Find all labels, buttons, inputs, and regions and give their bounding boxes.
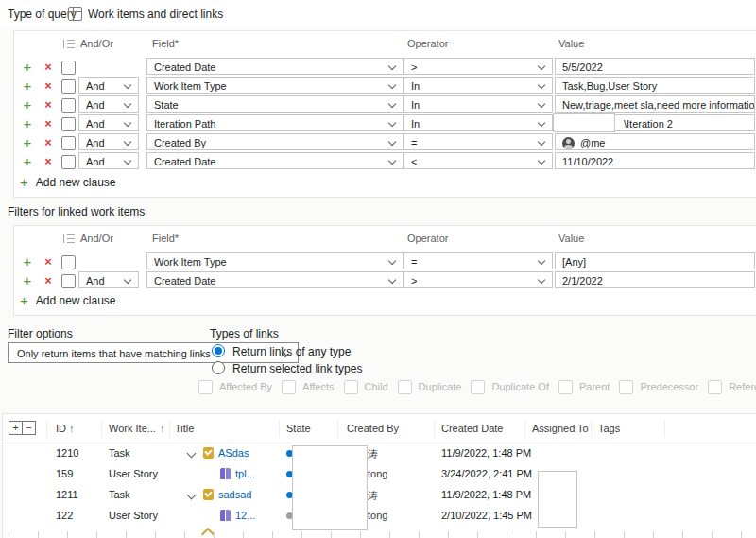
and-or-dropdown[interactable]: And (78, 95, 139, 113)
clause-checkbox[interactable] (61, 136, 76, 150)
field-dropdown[interactable]: Created Date (146, 271, 404, 288)
field-dropdown[interactable]: Created Date (146, 152, 404, 169)
work-item-id: 159 (56, 468, 73, 479)
remove-clause-icon[interactable] (41, 114, 56, 133)
link-type-item: Duplicate Of (471, 380, 549, 394)
add-new-clause-button[interactable]: +Add new clause (20, 292, 116, 309)
clause-checkbox[interactable] (61, 117, 76, 131)
created-by-fragment: 涛 (368, 489, 378, 503)
clause-checkbox[interactable] (61, 98, 76, 113)
add-new-clause-button[interactable]: +Add new clause (20, 174, 116, 191)
value-input[interactable]: Task,Bug,User Story (555, 77, 755, 94)
column-header-tags[interactable]: Tags (598, 423, 620, 434)
insert-clause-icon[interactable] (20, 133, 35, 152)
field-dropdown[interactable]: Work Item Type (146, 252, 404, 269)
chevron-down-icon (538, 62, 545, 70)
field-dropdown[interactable]: Created Date (146, 58, 404, 75)
value-input[interactable]: [Any] (555, 252, 755, 269)
chevron-down-icon (124, 119, 131, 127)
clause-checkbox[interactable] (61, 255, 76, 269)
operator-dropdown[interactable]: < (404, 152, 553, 169)
radio-return-any-link[interactable] (212, 344, 225, 357)
insert-clause-icon[interactable] (20, 114, 35, 133)
user-avatar-icon (562, 137, 575, 149)
work-item-link[interactable]: ASdas (218, 447, 249, 459)
value-input[interactable]: 11/10/2022 (555, 152, 755, 169)
column-header-created-by[interactable]: Created By (347, 423, 399, 434)
column-header-work-item-type[interactable]: Work Ite... (109, 423, 156, 434)
chevron-down-icon (388, 138, 396, 146)
column-header-id[interactable]: ID ↑ (56, 423, 75, 434)
expand-all-button[interactable]: + (9, 421, 23, 435)
column-header-title[interactable]: Title (175, 423, 194, 434)
remove-clause-icon[interactable] (41, 252, 56, 271)
result-row[interactable]: 1210 Task ASdas 涛 11/9/2022, 1:48 PM (3, 443, 756, 463)
remove-clause-icon[interactable] (41, 77, 56, 95)
clause-row: And Created By = @me (14, 133, 756, 152)
result-row[interactable]: 159 User Story tpl... tong 3/24/2022, 2:… (3, 463, 756, 484)
clause-checkbox[interactable] (61, 61, 76, 75)
expand-row-icon[interactable] (187, 491, 197, 500)
collapse-all-button[interactable]: − (22, 421, 36, 435)
remove-clause-icon[interactable] (41, 133, 56, 152)
created-date: 11/9/2022, 1:48 PM (441, 447, 531, 459)
group-clauses-icon[interactable] (63, 234, 75, 243)
insert-clause-icon[interactable] (20, 152, 35, 171)
linked-clauses-card: And/Or Field* Operator Value Work Item T… (13, 225, 756, 316)
result-row[interactable]: 1211 Task sadsad 涛 11/9/2022, 1:48 PM (3, 484, 756, 505)
operator-dropdown[interactable]: In (404, 114, 553, 131)
clause-checkbox[interactable] (61, 155, 76, 169)
result-row[interactable]: 122 User Story 12... tong 2/10/2022, 1:4… (3, 505, 756, 526)
column-header-created-date[interactable]: Created Date (441, 423, 503, 434)
clause-checkbox[interactable] (61, 274, 76, 288)
operator-dropdown[interactable]: = (404, 133, 553, 150)
and-or-dropdown[interactable]: And (78, 133, 139, 150)
value-input[interactable]: @me (555, 133, 755, 150)
chevron-down-icon (388, 81, 396, 89)
remove-clause-icon[interactable] (41, 95, 56, 114)
and-or-dropdown[interactable]: And (78, 152, 139, 169)
field-dropdown[interactable]: Iteration Path (146, 114, 404, 131)
radio-return-selected-types[interactable] (212, 361, 225, 374)
types-of-links-label: Types of links (210, 327, 279, 340)
operator-dropdown[interactable]: = (404, 252, 553, 269)
and-or-dropdown[interactable]: And (78, 77, 139, 94)
clause-checkbox[interactable] (61, 79, 76, 94)
field-dropdown[interactable]: Created By (146, 133, 404, 150)
remove-clause-icon[interactable] (41, 58, 56, 77)
value-input[interactable]: 5/5/2022 (555, 58, 755, 75)
insert-clause-icon[interactable] (20, 95, 35, 114)
work-item-link[interactable]: sadsad (218, 489, 251, 500)
value-input[interactable]: 2/1/2022 (555, 271, 755, 288)
clause-row: Created Date > 5/5/2022 (14, 58, 756, 77)
col-and-or: And/Or (80, 38, 113, 49)
insert-clause-icon[interactable] (20, 271, 35, 290)
operator-dropdown[interactable]: > (404, 58, 553, 75)
remove-clause-icon[interactable] (41, 152, 56, 171)
operator-dropdown[interactable]: In (404, 95, 553, 113)
group-clauses-icon[interactable] (63, 40, 75, 48)
insert-clause-icon[interactable] (20, 77, 35, 95)
link-type-item: Predecessor (619, 380, 698, 394)
query-clauses-card: And/Or Field* Operator Value Created Dat… (13, 30, 756, 198)
operator-dropdown[interactable]: > (404, 271, 553, 288)
created-by-fragment: 涛 (368, 447, 378, 461)
column-header-assigned-to[interactable]: Assigned To (532, 423, 589, 434)
query-type-value[interactable]: Work items and direct links (88, 8, 223, 21)
and-or-dropdown[interactable]: And (78, 114, 139, 131)
sort-asc-icon: ↑ (160, 423, 165, 434)
results-header-row: + − ID ↑ Work Ite... ↑ Title State Creat… (3, 414, 756, 443)
expand-row-icon[interactable] (187, 449, 197, 459)
operator-dropdown[interactable]: In (404, 77, 553, 94)
field-dropdown[interactable]: Work Item Type (146, 77, 404, 94)
insert-clause-icon[interactable] (20, 252, 35, 271)
work-item-link[interactable]: 12... (235, 510, 255, 521)
column-header-state[interactable]: State (286, 423, 311, 434)
work-item-link[interactable]: tpl... (235, 468, 255, 479)
value-input[interactable]: New,triage,meet sla,need more informatio… (555, 95, 755, 113)
and-or-dropdown[interactable]: And (78, 271, 139, 288)
field-dropdown[interactable]: State (146, 95, 404, 113)
remove-clause-icon[interactable] (41, 271, 56, 290)
insert-clause-icon[interactable] (20, 58, 35, 77)
created-date: 2/10/2022, 1:45 PM (441, 510, 532, 521)
